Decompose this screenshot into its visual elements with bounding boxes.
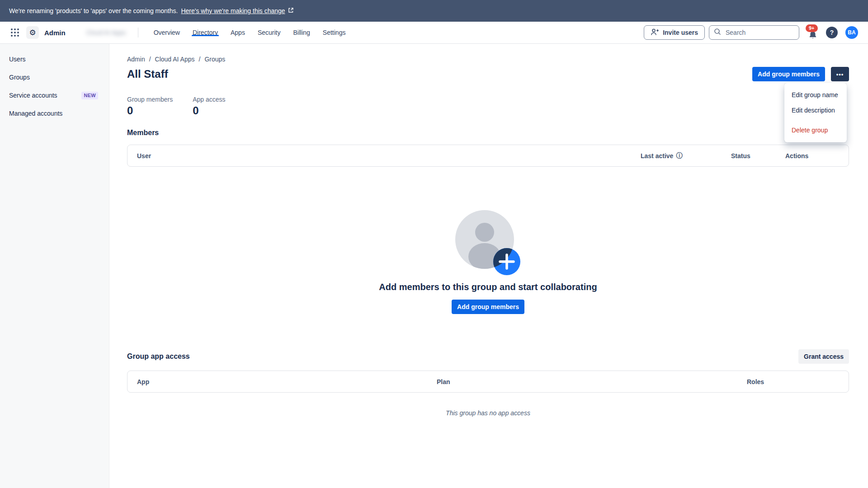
new-badge: NEW [81,92,98,99]
notifications-button[interactable]: 9+ [805,24,821,41]
sidebar-item-users[interactable]: Users [0,50,109,68]
sidebar-item-service-accounts[interactable]: Service accounts NEW [0,86,109,104]
members-table-header: User Last active ⓘ Status Actions [127,145,849,167]
add-group-members-button[interactable]: Add group members [752,67,825,81]
column-status: Status [731,152,785,160]
divider [138,28,138,38]
info-icon[interactable]: ⓘ [676,152,682,160]
column-app: App [127,378,437,385]
menu-item-edit-description[interactable]: Edit description [784,103,847,118]
breadcrumb-org[interactable]: Cloud AI Apps [155,56,195,63]
no-app-access-message: This group has no app access [127,409,849,417]
grant-access-button[interactable]: Grant access [798,349,849,364]
external-link-icon [288,7,294,14]
sidebar-item-groups[interactable]: Groups [0,68,109,86]
app-access-table-header: App Plan Roles [127,371,849,393]
help-button[interactable]: ? [826,27,838,38]
tab-settings[interactable]: Settings [316,29,352,36]
tab-overview[interactable]: Overview [147,29,186,36]
column-roles: Roles [747,378,849,385]
breadcrumb-admin[interactable]: Admin [127,56,145,63]
person-add-icon [651,28,659,38]
notification-count-badge: 9+ [806,24,818,32]
app-switcher-icon[interactable] [9,27,21,38]
question-mark-icon: ? [830,29,834,36]
announcement-banner: We're renaming 'products' to 'apps' over… [0,0,868,22]
empty-add-group-members-button[interactable]: Add group members [452,300,524,314]
menu-item-delete-group[interactable]: Delete group [784,122,847,138]
column-last-active: Last active ⓘ [641,152,731,160]
column-user: User [127,152,641,160]
tab-security[interactable]: Security [251,29,287,36]
tab-directory[interactable]: Directory [186,29,224,36]
product-label: Admin [44,29,66,37]
search-input[interactable] [725,28,794,37]
more-actions-menu: Edit group name Edit description Delete … [784,83,847,142]
search-icon [714,28,721,37]
user-avatar[interactable]: BA [845,26,858,39]
banner-link[interactable]: Here's why we're making this change [181,7,293,14]
group-app-access-heading: Group app access [127,352,190,361]
top-navigation-bar: ⚙ Admin Cloud AI Apps Overview Directory… [0,22,868,44]
more-actions-button[interactable]: ••• [831,67,849,81]
org-name-blurred: Cloud AI Apps [86,29,126,36]
search-box [709,25,799,40]
group-stats: Group members 0 App access 0 [127,96,849,117]
members-empty-state: Add members to this group and start coll… [127,210,849,314]
members-heading: Members [127,129,849,137]
empty-state-title: Add members to this group and start coll… [379,282,597,292]
breadcrumb-groups[interactable]: Groups [204,56,225,63]
add-member-illustration [455,210,521,276]
banner-message: We're renaming 'products' to 'apps' over… [9,7,178,14]
sidebar-item-managed-accounts[interactable]: Managed accounts [0,104,109,122]
tab-apps[interactable]: Apps [224,29,251,36]
group-members-count: 0 [127,104,173,117]
main-content: Admin / Cloud AI Apps / Groups All Staff… [109,44,868,488]
menu-item-edit-group-name[interactable]: Edit group name [784,87,847,103]
column-actions: Actions [785,152,849,160]
column-plan: Plan [437,378,747,385]
app-access-count: 0 [193,104,225,117]
breadcrumb: Admin / Cloud AI Apps / Groups [127,56,849,63]
stat-group-members: Group members 0 [127,96,173,117]
invite-users-button[interactable]: Invite users [644,25,705,40]
sidebar: Users Groups Service accounts NEW Manage… [0,44,109,488]
tab-billing[interactable]: Billing [287,29,316,36]
page-title: All Staff [127,68,168,80]
stat-app-access: App access 0 [193,96,225,117]
admin-gear-icon[interactable]: ⚙ [26,26,39,39]
primary-nav: Overview Directory Apps Security Billing… [147,29,352,36]
